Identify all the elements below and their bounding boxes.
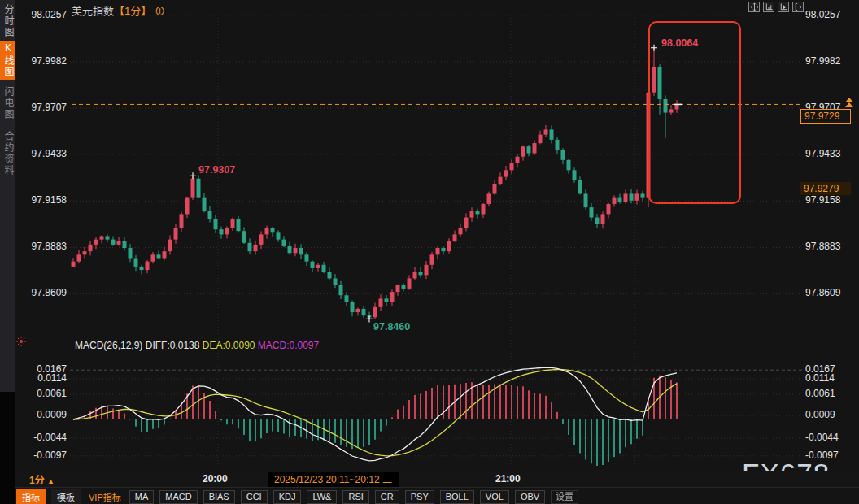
period-selector[interactable]: 1分 ▲: [29, 472, 55, 486]
alert-beacon-icon[interactable]: [16, 335, 26, 350]
axis-scale-icon[interactable]: [763, 2, 774, 12]
double-up-arrow-icon: [844, 97, 855, 111]
left-sidebar: 分时图K线图闪电图合约资料: [0, 0, 15, 392]
indicator-button-cci[interactable]: CCI: [241, 490, 268, 504]
time-tick: 20:00: [203, 473, 228, 484]
indicator-toolbar: 指标模板VIP指标MAMACDBIASCCIKDJLW&RSICRPSYBOLL…: [16, 489, 578, 504]
macd-axis-label-left: -0.0044: [20, 432, 67, 443]
price-axis-label-left: 98.0257: [20, 9, 67, 20]
price-axis-label-right: 97.9433: [805, 148, 856, 159]
chart-title: 美元指数【1分】 ⊕: [72, 2, 165, 18]
macd-diff-value: DIFF:0.0138: [146, 340, 200, 351]
axis-play-icon[interactable]: [778, 2, 789, 12]
sidebar-item-0[interactable]: 分时图: [0, 2, 15, 40]
pan-crosshair-icon[interactable]: [748, 2, 760, 12]
macd-axis-label-right: -0.0044: [805, 432, 856, 443]
svg-text:97.9307: 97.9307: [198, 164, 235, 176]
settings-button[interactable]: 设置: [551, 490, 578, 504]
macd-dea-value: DEA:0.0090: [203, 340, 255, 351]
macd-axis-label-left: -0.0097: [20, 450, 67, 461]
crosshair-time-tooltip: 2025/12/23 20:11~20:12 二: [268, 472, 399, 487]
price-axis-label-right: 97.8883: [805, 241, 856, 252]
price-axis-label-left: 97.9158: [20, 194, 67, 206]
indicator-button-bias[interactable]: BIAS: [203, 490, 235, 504]
symbol-name: 美元指数: [72, 5, 114, 17]
chart-window: 分时图K线图闪电图合约资料 美元指数【1分】 ⊕ 98.006497.93079…: [0, 0, 859, 504]
sidebar-spacer: [0, 392, 15, 504]
price-axis-label-right: 97.9982: [805, 55, 856, 67]
indicator-button-vol[interactable]: VOL: [480, 490, 509, 504]
indicator-button-rsi[interactable]: RSI: [342, 490, 368, 504]
macd-hist-value: MACD:0.0097: [258, 340, 319, 351]
reference-price-label: 97.9279: [800, 182, 851, 195]
svg-text:97.8460: 97.8460: [373, 321, 410, 332]
macd-axis-label-left: 0.0061: [20, 388, 67, 399]
chart-tool-icons: [748, 2, 804, 12]
indicator-button-lw&[interactable]: LW&: [307, 490, 337, 504]
macd-axis-label-right: -0.0097: [805, 450, 856, 461]
indicator-button-ma[interactable]: MA: [129, 490, 155, 504]
macd-axis-label-right: 0.0114: [805, 372, 856, 384]
indicator-button-macd[interactable]: MACD: [159, 490, 197, 504]
macd-axis-label-right: 0.0009: [805, 409, 856, 420]
indicator-button-boll[interactable]: BOLL: [440, 490, 474, 504]
price-axis-label-right: 97.8609: [805, 287, 856, 298]
macd-formula: MACD(26,12,9): [75, 340, 142, 351]
price-axis-label-right: 98.0257: [805, 9, 856, 20]
indicator-button-kdj[interactable]: KDJ: [273, 490, 302, 504]
sidebar-item-2[interactable]: 闪电图: [0, 81, 15, 125]
svg-text:98.0064: 98.0064: [661, 37, 698, 49]
price-axis-label-left: 97.9433: [20, 148, 67, 159]
toolbar-tab-0[interactable]: 指标: [16, 489, 46, 504]
sidebar-item-3[interactable]: 合约资料: [0, 127, 15, 180]
sidebar-item-1[interactable]: K线图: [0, 41, 15, 80]
price-axis-label-left: 97.9707: [20, 102, 67, 113]
circle-plus-icon[interactable]: ⊕: [155, 5, 165, 17]
macd-axis-label-right: 0.0061: [805, 388, 856, 399]
price-axis-label-right: 97.9158: [805, 194, 856, 206]
indicator-button-cr[interactable]: CR: [375, 490, 399, 504]
candlestick-macd-plot[interactable]: 98.006497.930797.8460: [0, 0, 859, 504]
price-axis-label-left: 97.8883: [20, 241, 67, 252]
toolbar-tab-2[interactable]: VIP指标: [86, 489, 124, 504]
macd-axis-label-left: 0.0009: [20, 409, 67, 420]
macd-indicator-header: MACD(26,12,9) DIFF:0.0138 DEA:0.0090 MAC…: [75, 340, 319, 351]
exit-right-icon[interactable]: [792, 2, 804, 12]
macd-axis-label-left: 0.0114: [20, 372, 67, 384]
triangle-up-icon: ▲: [47, 477, 55, 485]
period-badge: 【1分】: [114, 5, 151, 17]
indicator-button-psy[interactable]: PSY: [405, 490, 434, 504]
price-axis-label-left: 97.9982: [20, 55, 67, 67]
price-axis-label-left: 97.8609: [20, 287, 67, 298]
indicator-button-obv[interactable]: OBV: [515, 490, 545, 504]
time-tick: 21:00: [495, 473, 521, 484]
toolbar-tab-1[interactable]: 模板: [51, 489, 81, 504]
time-axis: 1分 ▲ 20:00 2025/12/23 20:11~20:12 二 21:0…: [15, 471, 859, 488]
